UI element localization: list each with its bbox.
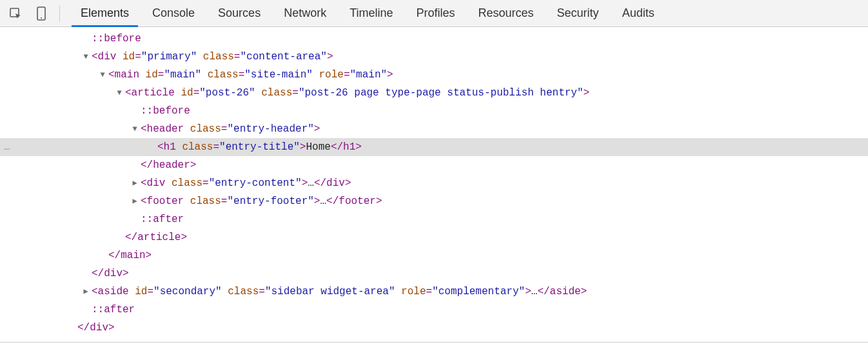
dom-node-article[interactable]: ▼<article id="post-26" class="post-26 pa… (0, 84, 868, 102)
device-toggle-icon[interactable] (32, 5, 50, 23)
dom-node-aside[interactable]: ▶<aside id="secondary" class="sidebar wi… (0, 283, 868, 301)
dom-node-main[interactable]: ▼<main id="main" class="site-main" role=… (0, 66, 868, 84)
expand-down-icon[interactable]: ▼ (130, 120, 139, 138)
expand-right-icon[interactable]: ▶ (81, 283, 90, 301)
tab-resources[interactable]: Resources (467, 0, 546, 26)
expand-down-icon[interactable]: ▼ (115, 84, 124, 102)
tab-sources[interactable]: Sources (206, 0, 272, 26)
dom-pseudo-after[interactable]: ::after (0, 301, 868, 319)
dom-node-h1-selected[interactable]: <h1 class="entry-title">Home</h1> (0, 138, 868, 156)
dom-node-article-end[interactable]: </article> (0, 228, 868, 246)
tab-timeline[interactable]: Timeline (338, 0, 404, 26)
devtools-tabs: Elements Console Sources Network Timelin… (69, 0, 666, 26)
dom-node-div-end[interactable]: </div> (0, 319, 868, 337)
devtools-toolbar: Elements Console Sources Network Timelin… (0, 0, 868, 27)
expand-down-icon[interactable]: ▼ (81, 48, 90, 66)
tab-security[interactable]: Security (546, 0, 611, 26)
dom-tree[interactable]: ▼<div id="content" class="site-content">… (0, 27, 868, 342)
dom-node-header[interactable]: ▼<header class="entry-header"> (0, 120, 868, 138)
panel-bottom-border (0, 342, 868, 343)
tab-profiles[interactable]: Profiles (405, 0, 467, 26)
dom-node-header-end[interactable]: </header> (0, 156, 868, 174)
dom-node-main-end[interactable]: </main> (0, 246, 868, 265)
tab-console[interactable]: Console (141, 0, 206, 26)
dom-node-div-primary[interactable]: ▼<div id="primary" class="content-area"> (0, 48, 868, 66)
dom-node-entry-content[interactable]: ▶<div class="entry-content">…</div> (0, 174, 868, 192)
dom-pseudo-after[interactable]: ::after (0, 210, 868, 228)
expand-right-icon[interactable]: ▶ (130, 174, 139, 192)
dom-node-primary-end[interactable]: </div> (0, 265, 868, 283)
expand-right-icon[interactable]: ▶ (130, 192, 139, 210)
tab-network[interactable]: Network (272, 0, 338, 26)
toolbar-separator (59, 5, 60, 22)
h1-text-content: Home (306, 141, 330, 153)
dom-node-entry-footer[interactable]: ▶<footer class="entry-footer">…</footer> (0, 192, 868, 210)
dom-pseudo-before[interactable]: ::before (0, 30, 868, 48)
dom-pseudo-before[interactable]: ::before (0, 102, 868, 120)
tab-elements[interactable]: Elements (69, 0, 141, 26)
svg-point-2 (41, 17, 42, 19)
inspect-element-icon[interactable] (6, 5, 25, 23)
tab-audits[interactable]: Audits (611, 0, 666, 26)
expand-down-icon[interactable]: ▼ (98, 66, 107, 84)
